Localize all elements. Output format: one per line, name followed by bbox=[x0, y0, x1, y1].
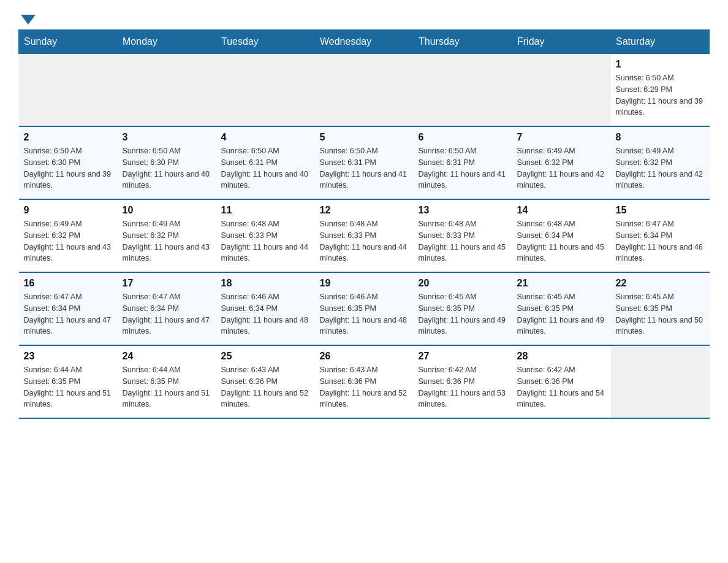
day-info: Sunrise: 6:42 AM Sunset: 6:36 PM Dayligh… bbox=[517, 364, 606, 410]
day-number: 19 bbox=[320, 278, 409, 289]
day-info: Sunrise: 6:49 AM Sunset: 6:32 PM Dayligh… bbox=[616, 145, 705, 191]
calendar-cell: 6Sunrise: 6:50 AM Sunset: 6:31 PM Daylig… bbox=[414, 126, 512, 199]
calendar-table: SundayMondayTuesdayWednesdayThursdayFrid… bbox=[18, 29, 710, 419]
day-info: Sunrise: 6:49 AM Sunset: 6:32 PM Dayligh… bbox=[24, 218, 113, 264]
day-info: Sunrise: 6:42 AM Sunset: 6:36 PM Dayligh… bbox=[419, 364, 507, 410]
day-number: 1 bbox=[616, 59, 705, 70]
calendar-cell: 13Sunrise: 6:48 AM Sunset: 6:33 PM Dayli… bbox=[414, 199, 512, 272]
day-number: 17 bbox=[123, 278, 211, 289]
day-number: 23 bbox=[24, 351, 113, 362]
calendar-cell bbox=[611, 345, 710, 418]
logo-arrow-icon bbox=[21, 15, 36, 25]
calendar-cell: 12Sunrise: 6:48 AM Sunset: 6:33 PM Dayli… bbox=[315, 199, 414, 272]
day-number: 8 bbox=[616, 132, 705, 143]
day-info: Sunrise: 6:50 AM Sunset: 6:31 PM Dayligh… bbox=[221, 145, 310, 191]
day-info: Sunrise: 6:48 AM Sunset: 6:33 PM Dayligh… bbox=[221, 218, 310, 264]
column-header-friday: Friday bbox=[512, 30, 611, 54]
day-number: 15 bbox=[616, 205, 705, 216]
page-header bbox=[18, 12, 710, 23]
day-number: 6 bbox=[419, 132, 507, 143]
day-number: 13 bbox=[419, 205, 507, 216]
day-info: Sunrise: 6:49 AM Sunset: 6:32 PM Dayligh… bbox=[517, 145, 606, 191]
day-number: 21 bbox=[517, 278, 606, 289]
calendar-cell: 20Sunrise: 6:45 AM Sunset: 6:35 PM Dayli… bbox=[414, 272, 512, 345]
calendar-cell: 22Sunrise: 6:45 AM Sunset: 6:35 PM Dayli… bbox=[611, 272, 710, 345]
day-number: 2 bbox=[24, 132, 113, 143]
day-info: Sunrise: 6:45 AM Sunset: 6:35 PM Dayligh… bbox=[616, 291, 705, 337]
column-header-wednesday: Wednesday bbox=[315, 30, 414, 54]
day-info: Sunrise: 6:43 AM Sunset: 6:36 PM Dayligh… bbox=[221, 364, 310, 410]
column-header-monday: Monday bbox=[118, 30, 216, 54]
logo bbox=[18, 12, 36, 23]
calendar-cell: 11Sunrise: 6:48 AM Sunset: 6:33 PM Dayli… bbox=[216, 199, 315, 272]
calendar-week-row: 23Sunrise: 6:44 AM Sunset: 6:35 PM Dayli… bbox=[19, 345, 710, 418]
day-info: Sunrise: 6:50 AM Sunset: 6:30 PM Dayligh… bbox=[123, 145, 211, 191]
calendar-cell: 10Sunrise: 6:49 AM Sunset: 6:32 PM Dayli… bbox=[118, 199, 216, 272]
calendar-week-row: 9Sunrise: 6:49 AM Sunset: 6:32 PM Daylig… bbox=[19, 199, 710, 272]
calendar-cell: 28Sunrise: 6:42 AM Sunset: 6:36 PM Dayli… bbox=[512, 345, 611, 418]
day-info: Sunrise: 6:49 AM Sunset: 6:32 PM Dayligh… bbox=[123, 218, 211, 264]
column-header-saturday: Saturday bbox=[611, 30, 710, 54]
day-number: 5 bbox=[320, 132, 409, 143]
day-info: Sunrise: 6:47 AM Sunset: 6:34 PM Dayligh… bbox=[123, 291, 211, 337]
day-number: 26 bbox=[320, 351, 409, 362]
day-number: 18 bbox=[221, 278, 310, 289]
day-number: 20 bbox=[419, 278, 507, 289]
calendar-cell: 16Sunrise: 6:47 AM Sunset: 6:34 PM Dayli… bbox=[19, 272, 118, 345]
calendar-week-row: 16Sunrise: 6:47 AM Sunset: 6:34 PM Dayli… bbox=[19, 272, 710, 345]
day-info: Sunrise: 6:50 AM Sunset: 6:31 PM Dayligh… bbox=[419, 145, 507, 191]
day-number: 27 bbox=[419, 351, 507, 362]
day-number: 25 bbox=[221, 351, 310, 362]
calendar-cell: 27Sunrise: 6:42 AM Sunset: 6:36 PM Dayli… bbox=[414, 345, 512, 418]
calendar-cell bbox=[19, 54, 118, 127]
calendar-week-row: 1Sunrise: 6:50 AM Sunset: 6:29 PM Daylig… bbox=[19, 54, 710, 127]
day-number: 28 bbox=[517, 351, 606, 362]
calendar-cell: 4Sunrise: 6:50 AM Sunset: 6:31 PM Daylig… bbox=[216, 126, 315, 199]
calendar-cell: 23Sunrise: 6:44 AM Sunset: 6:35 PM Dayli… bbox=[19, 345, 118, 418]
calendar-cell: 1Sunrise: 6:50 AM Sunset: 6:29 PM Daylig… bbox=[611, 54, 710, 127]
calendar-cell bbox=[414, 54, 512, 127]
calendar-cell: 26Sunrise: 6:43 AM Sunset: 6:36 PM Dayli… bbox=[315, 345, 414, 418]
calendar-cell: 14Sunrise: 6:48 AM Sunset: 6:34 PM Dayli… bbox=[512, 199, 611, 272]
calendar-cell: 24Sunrise: 6:44 AM Sunset: 6:35 PM Dayli… bbox=[118, 345, 216, 418]
day-number: 22 bbox=[616, 278, 705, 289]
day-info: Sunrise: 6:47 AM Sunset: 6:34 PM Dayligh… bbox=[24, 291, 113, 337]
column-header-sunday: Sunday bbox=[19, 30, 118, 54]
calendar-cell: 15Sunrise: 6:47 AM Sunset: 6:34 PM Dayli… bbox=[611, 199, 710, 272]
day-number: 12 bbox=[320, 205, 409, 216]
day-number: 10 bbox=[123, 205, 211, 216]
calendar-week-row: 2Sunrise: 6:50 AM Sunset: 6:30 PM Daylig… bbox=[19, 126, 710, 199]
day-info: Sunrise: 6:50 AM Sunset: 6:30 PM Dayligh… bbox=[24, 145, 113, 191]
day-info: Sunrise: 6:48 AM Sunset: 6:34 PM Dayligh… bbox=[517, 218, 606, 264]
calendar-cell: 21Sunrise: 6:45 AM Sunset: 6:35 PM Dayli… bbox=[512, 272, 611, 345]
day-number: 11 bbox=[221, 205, 310, 216]
calendar-cell: 9Sunrise: 6:49 AM Sunset: 6:32 PM Daylig… bbox=[19, 199, 118, 272]
day-info: Sunrise: 6:48 AM Sunset: 6:33 PM Dayligh… bbox=[419, 218, 507, 264]
calendar-header-row: SundayMondayTuesdayWednesdayThursdayFrid… bbox=[19, 30, 710, 54]
calendar-cell: 8Sunrise: 6:49 AM Sunset: 6:32 PM Daylig… bbox=[611, 126, 710, 199]
day-info: Sunrise: 6:47 AM Sunset: 6:34 PM Dayligh… bbox=[616, 218, 705, 264]
day-info: Sunrise: 6:45 AM Sunset: 6:35 PM Dayligh… bbox=[419, 291, 507, 337]
day-info: Sunrise: 6:46 AM Sunset: 6:35 PM Dayligh… bbox=[320, 291, 409, 337]
day-info: Sunrise: 6:43 AM Sunset: 6:36 PM Dayligh… bbox=[320, 364, 409, 410]
calendar-cell bbox=[216, 54, 315, 127]
calendar-cell: 19Sunrise: 6:46 AM Sunset: 6:35 PM Dayli… bbox=[315, 272, 414, 345]
day-info: Sunrise: 6:46 AM Sunset: 6:34 PM Dayligh… bbox=[221, 291, 310, 337]
calendar-cell: 7Sunrise: 6:49 AM Sunset: 6:32 PM Daylig… bbox=[512, 126, 611, 199]
calendar-cell: 17Sunrise: 6:47 AM Sunset: 6:34 PM Dayli… bbox=[118, 272, 216, 345]
calendar-cell bbox=[118, 54, 216, 127]
day-info: Sunrise: 6:50 AM Sunset: 6:29 PM Dayligh… bbox=[616, 72, 705, 118]
calendar-cell: 25Sunrise: 6:43 AM Sunset: 6:36 PM Dayli… bbox=[216, 345, 315, 418]
day-number: 3 bbox=[123, 132, 211, 143]
day-info: Sunrise: 6:44 AM Sunset: 6:35 PM Dayligh… bbox=[24, 364, 113, 410]
column-header-thursday: Thursday bbox=[414, 30, 512, 54]
calendar-cell: 3Sunrise: 6:50 AM Sunset: 6:30 PM Daylig… bbox=[118, 126, 216, 199]
calendar-cell bbox=[315, 54, 414, 127]
column-header-tuesday: Tuesday bbox=[216, 30, 315, 54]
day-number: 7 bbox=[517, 132, 606, 143]
calendar-cell bbox=[512, 54, 611, 127]
day-info: Sunrise: 6:45 AM Sunset: 6:35 PM Dayligh… bbox=[517, 291, 606, 337]
calendar-cell: 18Sunrise: 6:46 AM Sunset: 6:34 PM Dayli… bbox=[216, 272, 315, 345]
day-number: 9 bbox=[24, 205, 113, 216]
day-number: 24 bbox=[123, 351, 211, 362]
